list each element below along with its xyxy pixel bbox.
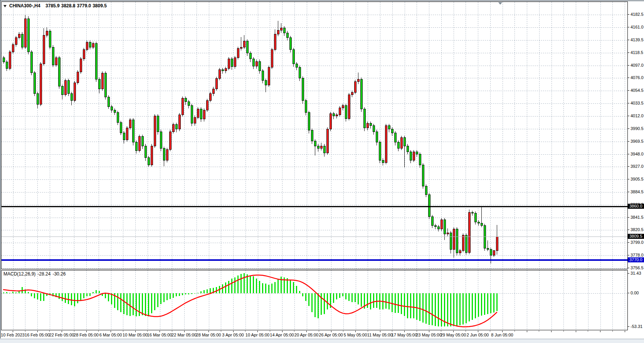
candlestick-chart[interactable]: [2, 2, 627, 269]
time-tick: [209, 331, 209, 332]
time-tick: [527, 331, 527, 332]
time-tick: [600, 331, 600, 332]
candle: [330, 114, 331, 129]
candle: [135, 142, 137, 151]
price-chart-panel[interactable]: CHINA300-,H4 3785.93828.83779.03809.5: [1, 2, 628, 269]
resistance-line-badge: 3860.0: [628, 204, 644, 209]
candle: [74, 83, 76, 101]
time-tick: [270, 331, 270, 331]
macd-label: MACD(12,26,9)-28.24-30.26: [3, 271, 67, 277]
macd-bar: [244, 273, 245, 293]
macd-bar: [321, 293, 322, 314]
candle: [265, 80, 267, 85]
candle: [34, 73, 35, 93]
macd-bar: [432, 293, 433, 325]
candle: [493, 251, 495, 255]
macd-bar: [453, 293, 454, 326]
candle: [104, 73, 106, 97]
macd-bar: [126, 293, 128, 315]
time-tick: [37, 331, 38, 332]
price-label: 4012.0: [631, 113, 644, 118]
macd-bar: [148, 293, 149, 316]
time-axis[interactable]: 10 Feb 202316 Feb 05:0022 Feb 05:0028 Fe…: [1, 331, 628, 338]
price-label: 3948.0: [631, 152, 644, 157]
price-label: 3820.5: [631, 227, 644, 232]
candle: [172, 125, 174, 132]
time-tick: [453, 331, 454, 332]
time-tick: [515, 331, 515, 331]
time-tick: [539, 331, 539, 331]
macd-bar: [410, 293, 411, 318]
macd-bar: [287, 278, 288, 293]
macd-bar: [268, 285, 269, 293]
macd-scale-label: -53.31: [631, 324, 642, 329]
macd-bar: [256, 279, 257, 293]
time-tick: [196, 331, 197, 331]
macd-bar: [490, 293, 491, 313]
macd-bar: [173, 293, 174, 297]
macd-indicator-panel[interactable]: MACD(12,26,9)-28.24-30.26: [1, 270, 628, 330]
time-label: 10 Apr 05:00: [245, 333, 269, 337]
macd-bar: [9, 293, 10, 294]
macd-bar: [250, 276, 251, 293]
price-label: 4054.5: [631, 88, 644, 93]
macd-bar: [277, 279, 279, 293]
candle: [428, 195, 430, 217]
time-tick: [233, 331, 234, 332]
candle: [484, 226, 486, 248]
chart-shift-marker[interactable]: [498, 2, 502, 5]
candle: [490, 249, 492, 255]
macd-bar: [74, 293, 75, 306]
candle: [231, 59, 233, 67]
macd-bar: [385, 293, 387, 309]
macd-chart[interactable]: [2, 270, 627, 330]
candle: [246, 41, 248, 53]
price-label: 4076.0: [631, 75, 644, 80]
candle: [370, 123, 372, 125]
candle: [487, 248, 489, 249]
macd-bar: [367, 293, 368, 308]
macd-bar: [71, 293, 72, 305]
macd-main-value: -28.24: [37, 271, 50, 277]
macd-bar: [348, 293, 350, 301]
axis-tick: [628, 27, 629, 27]
macd-bar: [151, 293, 152, 313]
candle: [459, 251, 461, 253]
macd-bar: [345, 293, 346, 299]
axis-tick: [628, 40, 629, 40]
macd-bar: [117, 293, 118, 310]
macd-bar: [200, 291, 202, 293]
candle: [185, 98, 187, 102]
candle: [311, 130, 313, 141]
candle: [203, 110, 205, 119]
candle: [351, 92, 353, 95]
macd-bar: [466, 293, 467, 323]
macd-bar: [299, 291, 300, 294]
price-axis[interactable]: 4182.54161.04139.54118.54097.04076.04054…: [628, 2, 644, 338]
candle: [148, 158, 150, 165]
time-label: 17 May 05:00: [392, 333, 417, 337]
time-tick: [502, 331, 503, 332]
time-tick: [588, 331, 588, 331]
macd-bar: [253, 276, 254, 293]
candle: [376, 132, 378, 142]
macd-scale-label: 31.43: [631, 271, 641, 276]
macd-bar: [80, 293, 81, 301]
candle: [71, 93, 72, 101]
time-tick: [380, 331, 380, 332]
symbol-dropdown-icon[interactable]: [3, 5, 7, 7]
candle: [462, 235, 464, 250]
candle: [182, 98, 183, 115]
candle: [58, 58, 60, 86]
candle: [342, 105, 344, 108]
macd-bar: [441, 293, 442, 326]
macd-bar: [425, 293, 427, 324]
candle: [302, 78, 304, 101]
candle: [120, 123, 122, 133]
time-tick: [221, 331, 221, 331]
time-tick: [257, 331, 258, 332]
macd-bar: [157, 293, 158, 307]
macd-signal-value: -30.26: [52, 271, 66, 277]
time-tick: [245, 331, 245, 331]
macd-bar: [271, 284, 272, 293]
